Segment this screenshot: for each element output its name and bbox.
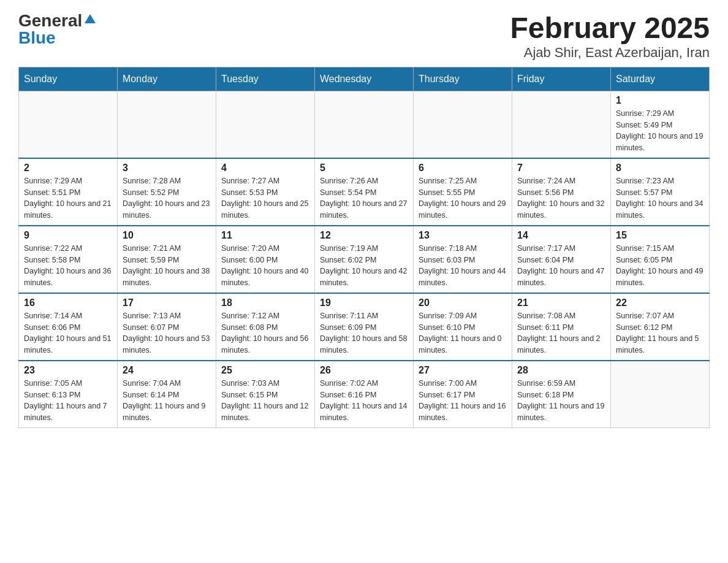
day-info: Sunrise: 7:28 AMSunset: 5:52 PMDaylight:… [123, 175, 211, 221]
day-number: 26 [320, 365, 408, 376]
day-info: Sunrise: 7:24 AMSunset: 5:56 PMDaylight:… [517, 175, 605, 221]
calendar-week-row: 16Sunrise: 7:14 AMSunset: 6:06 PMDayligh… [19, 293, 710, 361]
day-number: 14 [517, 230, 605, 241]
day-info: Sunrise: 7:19 AMSunset: 6:02 PMDaylight:… [320, 243, 408, 289]
day-info: Sunrise: 7:13 AMSunset: 6:07 PMDaylight:… [123, 310, 211, 356]
day-info: Sunrise: 7:12 AMSunset: 6:08 PMDaylight:… [221, 310, 309, 356]
day-info: Sunrise: 7:26 AMSunset: 5:54 PMDaylight:… [320, 175, 408, 221]
day-info: Sunrise: 7:15 AMSunset: 6:05 PMDaylight:… [616, 243, 704, 289]
calendar-week-row: 23Sunrise: 7:05 AMSunset: 6:13 PMDayligh… [19, 361, 710, 428]
calendar-cell: 20Sunrise: 7:09 AMSunset: 6:10 PMDayligh… [414, 293, 512, 361]
weekday-header-friday: Friday [512, 67, 611, 91]
day-number: 3 [123, 163, 211, 174]
calendar-cell: 1Sunrise: 7:29 AMSunset: 5:49 PMDaylight… [611, 91, 710, 158]
day-number: 10 [123, 230, 211, 241]
calendar-cell: 16Sunrise: 7:14 AMSunset: 6:06 PMDayligh… [19, 293, 118, 361]
day-number: 13 [419, 230, 507, 241]
calendar-week-row: 2Sunrise: 7:29 AMSunset: 5:51 PMDaylight… [19, 158, 710, 226]
logo-blue-text: Blue [18, 29, 56, 47]
day-info: Sunrise: 7:29 AMSunset: 5:49 PMDaylight:… [616, 108, 704, 154]
day-info: Sunrise: 6:59 AMSunset: 6:18 PMDaylight:… [517, 378, 605, 424]
calendar-week-row: 1Sunrise: 7:29 AMSunset: 5:49 PMDaylight… [19, 91, 710, 158]
day-info: Sunrise: 7:21 AMSunset: 5:59 PMDaylight:… [123, 243, 211, 289]
day-info: Sunrise: 7:17 AMSunset: 6:04 PMDaylight:… [517, 243, 605, 289]
day-info: Sunrise: 7:11 AMSunset: 6:09 PMDaylight:… [320, 310, 408, 356]
day-number: 15 [616, 230, 704, 241]
calendar-cell: 7Sunrise: 7:24 AMSunset: 5:56 PMDaylight… [512, 158, 611, 226]
day-number: 16 [24, 297, 112, 308]
day-number: 12 [320, 230, 408, 241]
day-number: 8 [616, 163, 704, 174]
calendar-cell: 25Sunrise: 7:03 AMSunset: 6:15 PMDayligh… [216, 361, 315, 428]
calendar-cell: 19Sunrise: 7:11 AMSunset: 6:09 PMDayligh… [315, 293, 414, 361]
calendar-cell: 4Sunrise: 7:27 AMSunset: 5:53 PMDaylight… [216, 158, 315, 226]
calendar-cell: 18Sunrise: 7:12 AMSunset: 6:08 PMDayligh… [216, 293, 315, 361]
calendar-cell: 13Sunrise: 7:18 AMSunset: 6:03 PMDayligh… [414, 226, 512, 293]
day-number: 23 [24, 365, 112, 376]
calendar-cell: 21Sunrise: 7:08 AMSunset: 6:11 PMDayligh… [512, 293, 611, 361]
day-info: Sunrise: 7:08 AMSunset: 6:11 PMDaylight:… [517, 310, 605, 356]
day-number: 4 [221, 163, 309, 174]
calendar-cell [414, 91, 512, 158]
calendar-table: SundayMondayTuesdayWednesdayThursdayFrid… [18, 67, 710, 428]
day-number: 5 [320, 163, 408, 174]
day-info: Sunrise: 7:04 AMSunset: 6:14 PMDaylight:… [123, 378, 211, 424]
day-info: Sunrise: 7:07 AMSunset: 6:12 PMDaylight:… [616, 310, 704, 356]
day-info: Sunrise: 7:25 AMSunset: 5:55 PMDaylight:… [419, 175, 507, 221]
day-info: Sunrise: 7:05 AMSunset: 6:13 PMDaylight:… [24, 378, 112, 424]
day-number: 21 [517, 297, 605, 308]
day-info: Sunrise: 7:22 AMSunset: 5:58 PMDaylight:… [24, 243, 112, 289]
day-number: 25 [221, 365, 309, 376]
calendar-cell: 10Sunrise: 7:21 AMSunset: 5:59 PMDayligh… [118, 226, 216, 293]
day-number: 18 [221, 297, 309, 308]
day-info: Sunrise: 7:23 AMSunset: 5:57 PMDaylight:… [616, 175, 704, 221]
calendar-cell [118, 91, 216, 158]
weekday-header-saturday: Saturday [611, 67, 710, 91]
day-number: 24 [123, 365, 211, 376]
day-number: 28 [517, 365, 605, 376]
calendar-cell: 28Sunrise: 6:59 AMSunset: 6:18 PMDayligh… [512, 361, 611, 428]
calendar-cell: 8Sunrise: 7:23 AMSunset: 5:57 PMDaylight… [611, 158, 710, 226]
day-info: Sunrise: 7:29 AMSunset: 5:51 PMDaylight:… [24, 175, 112, 221]
calendar-cell [315, 91, 414, 158]
day-number: 6 [419, 163, 507, 174]
calendar-cell: 9Sunrise: 7:22 AMSunset: 5:58 PMDaylight… [19, 226, 118, 293]
calendar-cell: 15Sunrise: 7:15 AMSunset: 6:05 PMDayligh… [611, 226, 710, 293]
calendar-cell [611, 361, 710, 428]
day-number: 20 [419, 297, 507, 308]
calendar-cell: 6Sunrise: 7:25 AMSunset: 5:55 PMDaylight… [414, 158, 512, 226]
day-info: Sunrise: 7:02 AMSunset: 6:16 PMDaylight:… [320, 378, 408, 424]
calendar-body: 1Sunrise: 7:29 AMSunset: 5:49 PMDaylight… [19, 91, 710, 427]
calendar-cell: 11Sunrise: 7:20 AMSunset: 6:00 PMDayligh… [216, 226, 315, 293]
weekday-header-monday: Monday [118, 67, 216, 91]
calendar-cell: 14Sunrise: 7:17 AMSunset: 6:04 PMDayligh… [512, 226, 611, 293]
calendar-cell: 2Sunrise: 7:29 AMSunset: 5:51 PMDaylight… [19, 158, 118, 226]
logo-general-text: General [18, 12, 82, 29]
logo: General Blue [18, 12, 96, 47]
day-info: Sunrise: 7:18 AMSunset: 6:03 PMDaylight:… [419, 243, 507, 289]
calendar-cell [512, 91, 611, 158]
calendar-cell: 5Sunrise: 7:26 AMSunset: 5:54 PMDaylight… [315, 158, 414, 226]
title-block: February 2025 Ajab Shir, East Azerbaijan… [510, 12, 710, 61]
calendar-cell [216, 91, 315, 158]
day-number: 9 [24, 230, 112, 241]
day-number: 7 [517, 163, 605, 174]
day-info: Sunrise: 7:14 AMSunset: 6:06 PMDaylight:… [24, 310, 112, 356]
weekday-header-wednesday: Wednesday [315, 67, 414, 91]
weekday-header-row: SundayMondayTuesdayWednesdayThursdayFrid… [19, 67, 710, 91]
day-number: 19 [320, 297, 408, 308]
day-info: Sunrise: 7:09 AMSunset: 6:10 PMDaylight:… [419, 310, 507, 356]
day-info: Sunrise: 7:27 AMSunset: 5:53 PMDaylight:… [221, 175, 309, 221]
page-header: General Blue February 2025 Ajab Shir, Ea… [18, 12, 710, 61]
calendar-header: SundayMondayTuesdayWednesdayThursdayFrid… [19, 67, 710, 91]
calendar-cell: 12Sunrise: 7:19 AMSunset: 6:02 PMDayligh… [315, 226, 414, 293]
day-number: 27 [419, 365, 507, 376]
page-title: February 2025 [510, 12, 710, 45]
calendar-cell: 23Sunrise: 7:05 AMSunset: 6:13 PMDayligh… [19, 361, 118, 428]
calendar-cell: 26Sunrise: 7:02 AMSunset: 6:16 PMDayligh… [315, 361, 414, 428]
page-subtitle: Ajab Shir, East Azerbaijan, Iran [510, 45, 710, 61]
day-number: 11 [221, 230, 309, 241]
calendar-cell: 3Sunrise: 7:28 AMSunset: 5:52 PMDaylight… [118, 158, 216, 226]
day-info: Sunrise: 7:00 AMSunset: 6:17 PMDaylight:… [419, 378, 507, 424]
day-number: 22 [616, 297, 704, 308]
